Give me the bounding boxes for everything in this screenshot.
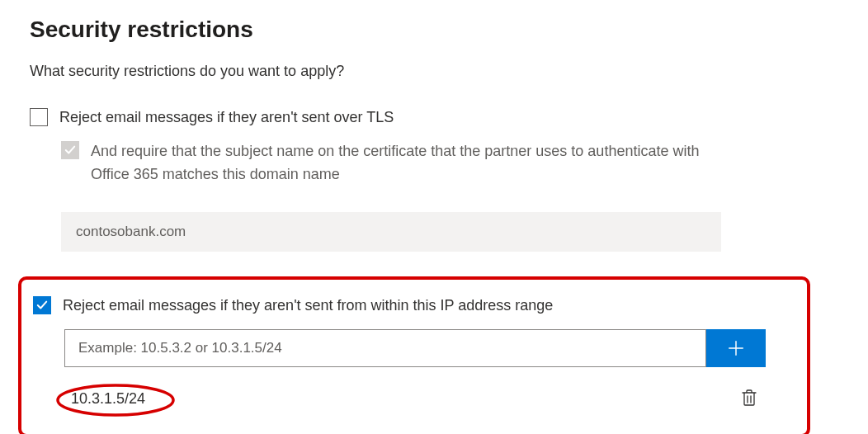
check-icon: [64, 144, 76, 156]
ip-address-input[interactable]: [64, 329, 706, 367]
ip-input-row: [64, 329, 766, 367]
check-icon: [36, 300, 48, 311]
intro-text: What security restrictions do you want t…: [30, 63, 838, 80]
add-ip-button[interactable]: [706, 329, 766, 367]
cert-match-label: And require that the subject name on the…: [91, 139, 718, 186]
page-title: Security restrictions: [30, 17, 838, 43]
tls-option-row: Reject email messages if they aren't sen…: [30, 106, 838, 128]
tls-sub-block: And require that the subject name on the…: [61, 139, 838, 252]
tls-label: Reject email messages if they aren't sen…: [59, 106, 394, 128]
cert-match-checkbox: [61, 141, 79, 159]
plus-icon: [727, 339, 745, 357]
trash-icon: [741, 389, 757, 407]
ip-entry-value: 10.3.1.5/24: [64, 389, 152, 408]
delete-ip-button[interactable]: [738, 385, 761, 413]
ip-range-checkbox[interactable]: [33, 296, 51, 314]
ip-range-label: Reject email messages if they aren't sen…: [63, 295, 553, 316]
ip-list-row: 10.3.1.5/24: [64, 385, 766, 413]
domain-name-input: [61, 212, 721, 252]
ip-entry-wrap: 10.3.1.5/24: [64, 390, 152, 408]
ip-range-highlight: Reject email messages if they aren't sen…: [18, 276, 810, 434]
tls-checkbox[interactable]: [30, 108, 48, 126]
